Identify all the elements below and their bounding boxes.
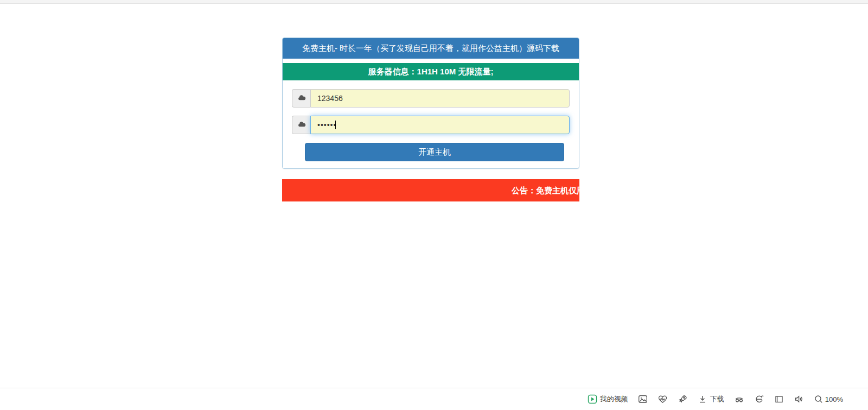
zoom-level-label: 100% bbox=[825, 395, 843, 403]
text-caret bbox=[335, 121, 336, 129]
panel-title: 免费主机- 时长一年（买了发现自己用不着，就用作公益主机）源码下载 bbox=[283, 38, 579, 59]
incognito-button[interactable] bbox=[734, 394, 744, 404]
speaker-icon bbox=[794, 394, 804, 404]
username-input-group bbox=[292, 89, 570, 108]
image-icon bbox=[638, 394, 648, 404]
ie-compatibility-button[interactable] bbox=[754, 394, 764, 404]
browser-status-bar: 我的视频 bbox=[0, 388, 868, 410]
game-accelerator-button[interactable] bbox=[678, 394, 688, 404]
download-button[interactable]: 下载 bbox=[698, 394, 724, 404]
play-video-icon bbox=[588, 394, 597, 404]
notice-marquee-banner: 公告：免费主机仅用 bbox=[282, 179, 579, 201]
my-videos-label: 我的视频 bbox=[600, 394, 628, 404]
browser-chrome-edge bbox=[0, 0, 868, 4]
zoom-magnifier-icon bbox=[814, 394, 824, 404]
reading-window-button[interactable] bbox=[774, 394, 784, 404]
zoom-control[interactable]: 100% bbox=[814, 394, 843, 404]
username-input-wrap bbox=[310, 89, 570, 108]
panel-body: 开通主机 bbox=[283, 80, 579, 168]
notice-marquee-text: 公告：免费主机仅用 bbox=[512, 185, 579, 195]
username-input[interactable] bbox=[310, 89, 570, 108]
cloud-icon bbox=[292, 89, 310, 108]
health-mode-button[interactable] bbox=[658, 394, 668, 404]
heart-pulse-icon bbox=[658, 394, 668, 404]
cloud-icon bbox=[292, 116, 310, 134]
reading-window-icon bbox=[774, 394, 784, 404]
sound-button[interactable] bbox=[794, 394, 804, 404]
password-input[interactable] bbox=[310, 116, 570, 134]
open-host-button[interactable]: 开通主机 bbox=[305, 143, 564, 161]
incognito-icon bbox=[734, 394, 744, 404]
download-icon bbox=[698, 394, 707, 404]
my-videos-button[interactable]: 我的视频 bbox=[588, 394, 628, 404]
server-info-bar: 服务器信息：1H1H 10M 无限流量; bbox=[283, 63, 579, 80]
download-label: 下载 bbox=[710, 394, 724, 404]
password-input-group bbox=[292, 116, 570, 134]
ie-browser-icon bbox=[754, 394, 764, 404]
rocket-icon bbox=[678, 394, 688, 404]
host-signup-panel: 免费主机- 时长一年（买了发现自己用不着，就用作公益主机）源码下载 服务器信息：… bbox=[282, 37, 579, 169]
password-input-wrap bbox=[310, 116, 570, 134]
image-tool-button[interactable] bbox=[638, 394, 648, 404]
